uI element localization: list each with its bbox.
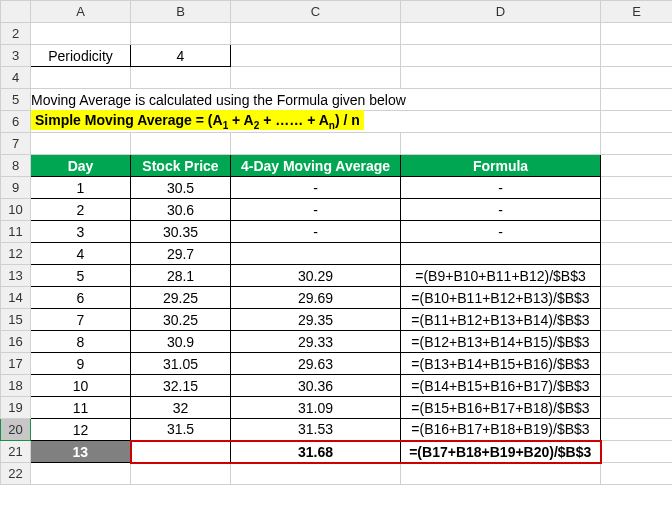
table-cell[interactable]: 2: [31, 199, 131, 221]
cell[interactable]: [601, 89, 673, 111]
row-header[interactable]: 19: [1, 397, 31, 419]
cell[interactable]: [601, 67, 673, 89]
table-cell[interactable]: 12: [31, 419, 131, 441]
table-cell[interactable]: -: [231, 199, 401, 221]
row-header[interactable]: 15: [1, 309, 31, 331]
row-header[interactable]: 20: [1, 419, 31, 441]
table-cell[interactable]: 9: [31, 353, 131, 375]
table-cell[interactable]: 1: [31, 177, 131, 199]
cell[interactable]: [601, 441, 673, 463]
cell[interactable]: [601, 199, 673, 221]
row-header[interactable]: 3: [1, 45, 31, 67]
table-header-day[interactable]: Day: [31, 155, 131, 177]
cell[interactable]: [401, 45, 601, 67]
table-cell[interactable]: 30.6: [131, 199, 231, 221]
row-header[interactable]: 4: [1, 67, 31, 89]
table-cell[interactable]: 30.36: [231, 375, 401, 397]
periodicity-label-cell[interactable]: Periodicity: [31, 45, 131, 67]
table-cell[interactable]: =(B9+B10+B11+B12)/$B$3: [401, 265, 601, 287]
cell[interactable]: [401, 133, 601, 155]
cell[interactable]: [231, 463, 401, 485]
table-cell[interactable]: 29.7: [131, 243, 231, 265]
table-cell[interactable]: 30.35: [131, 221, 231, 243]
table-cell[interactable]: -: [401, 177, 601, 199]
row-header[interactable]: 18: [1, 375, 31, 397]
spreadsheet-grid[interactable]: A B C D E 2 3 Periodicity 4 4 5 Moving A…: [0, 0, 672, 485]
cell[interactable]: [601, 287, 673, 309]
cell[interactable]: [601, 265, 673, 287]
table-cell[interactable]: 11: [31, 397, 131, 419]
cell[interactable]: [601, 419, 673, 441]
cell[interactable]: [131, 23, 231, 45]
cell[interactable]: [601, 397, 673, 419]
table-cell[interactable]: 13: [31, 441, 131, 463]
table-cell[interactable]: 30.9: [131, 331, 231, 353]
cell[interactable]: [601, 111, 673, 133]
table-cell[interactable]: 8: [31, 331, 131, 353]
table-cell[interactable]: 5: [31, 265, 131, 287]
table-cell[interactable]: 28.1: [131, 265, 231, 287]
row-header[interactable]: 13: [1, 265, 31, 287]
table-header-price[interactable]: Stock Price: [131, 155, 231, 177]
table-cell[interactable]: 29.25: [131, 287, 231, 309]
table-cell[interactable]: =(B13+B14+B15+B16)/$B$3: [401, 353, 601, 375]
table-cell[interactable]: 31.5: [131, 419, 231, 441]
table-cell[interactable]: -: [401, 221, 601, 243]
cell[interactable]: [601, 463, 673, 485]
cell[interactable]: [231, 133, 401, 155]
table-cell[interactable]: =(B12+B13+B14+B15)/$B$3: [401, 331, 601, 353]
cell[interactable]: [601, 243, 673, 265]
cell[interactable]: [601, 221, 673, 243]
cell[interactable]: [401, 23, 601, 45]
cell[interactable]: [601, 133, 673, 155]
corner-cell[interactable]: [1, 1, 31, 23]
table-cell[interactable]: 10: [31, 375, 131, 397]
table-cell[interactable]: [231, 243, 401, 265]
table-header-formula[interactable]: Formula: [401, 155, 601, 177]
description-cell[interactable]: Moving Average is calculated using the F…: [31, 89, 601, 111]
result-formula-cell[interactable]: =(B17+B18+B19+B20)/$B$3: [401, 441, 601, 463]
table-cell[interactable]: =(B10+B11+B12+B13)/$B$3: [401, 287, 601, 309]
table-cell[interactable]: 4: [31, 243, 131, 265]
row-header[interactable]: 10: [1, 199, 31, 221]
table-cell[interactable]: -: [231, 177, 401, 199]
col-header-A[interactable]: A: [31, 1, 131, 23]
col-header-C[interactable]: C: [231, 1, 401, 23]
cell[interactable]: [601, 45, 673, 67]
row-header[interactable]: 11: [1, 221, 31, 243]
cell[interactable]: [31, 23, 131, 45]
row-header[interactable]: 9: [1, 177, 31, 199]
cell[interactable]: [601, 177, 673, 199]
cell[interactable]: [31, 463, 131, 485]
cell[interactable]: [31, 133, 131, 155]
row-header[interactable]: 21: [1, 441, 31, 463]
table-cell[interactable]: [131, 441, 231, 463]
table-cell[interactable]: 29.33: [231, 331, 401, 353]
cell[interactable]: [401, 67, 601, 89]
col-header-B[interactable]: B: [131, 1, 231, 23]
cell[interactable]: [231, 67, 401, 89]
cell[interactable]: [601, 353, 673, 375]
row-header[interactable]: 22: [1, 463, 31, 485]
row-header[interactable]: 12: [1, 243, 31, 265]
col-header-E[interactable]: E: [601, 1, 673, 23]
table-cell[interactable]: -: [231, 221, 401, 243]
col-header-D[interactable]: D: [401, 1, 601, 23]
periodicity-value-cell[interactable]: 4: [131, 45, 231, 67]
result-ma-cell[interactable]: 31.68: [231, 441, 401, 463]
table-cell[interactable]: -: [401, 199, 601, 221]
row-header[interactable]: 2: [1, 23, 31, 45]
table-cell[interactable]: 30.25: [131, 309, 231, 331]
cell[interactable]: [131, 133, 231, 155]
row-header[interactable]: 5: [1, 89, 31, 111]
formula-definition-cell[interactable]: Simple Moving Average = (A1 + A2 + …… + …: [31, 111, 601, 133]
row-header[interactable]: 6: [1, 111, 31, 133]
table-cell[interactable]: 3: [31, 221, 131, 243]
row-header[interactable]: 16: [1, 331, 31, 353]
table-cell[interactable]: =(B16+B17+B18+B19)/$B$3: [401, 419, 601, 441]
table-cell[interactable]: 31.53: [231, 419, 401, 441]
cell[interactable]: [231, 23, 401, 45]
table-cell[interactable]: =(B11+B12+B13+B14)/$B$3: [401, 309, 601, 331]
cell[interactable]: [231, 45, 401, 67]
row-header[interactable]: 14: [1, 287, 31, 309]
